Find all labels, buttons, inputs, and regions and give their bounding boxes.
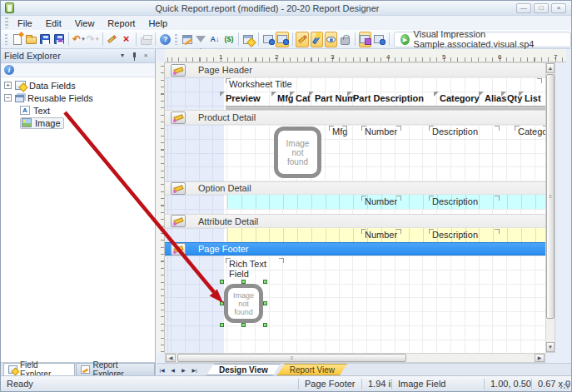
scroll-left-icon[interactable]: ◀	[166, 354, 176, 362]
toolbar-separator	[155, 32, 156, 46]
menu-file[interactable]: File	[11, 17, 39, 29]
attribute-field-number[interactable]: Number	[361, 229, 401, 240]
menu-report[interactable]: Report	[101, 17, 142, 29]
print-button[interactable]	[140, 32, 152, 47]
menu-edit[interactable]: Edit	[39, 17, 68, 29]
horizontal-scroll-thumb[interactable]: ≡	[177, 354, 406, 362]
ruler-number: 3	[331, 53, 334, 61]
horizontal-ruler: 1 2 3 4 5 6 7	[165, 49, 566, 62]
toggle-band-button[interactable]	[276, 32, 288, 47]
product-field-category[interactable]: Category	[515, 126, 548, 136]
scroll-right-icon[interactable]: ▶	[535, 354, 545, 362]
panel-menu-button[interactable]: ▾	[117, 51, 128, 62]
catalog-button[interactable]	[339, 32, 351, 47]
report-design-surface[interactable]: Page Header Worksheet Title Preview Mfg …	[165, 62, 548, 353]
nav-next-button[interactable]: ▶	[178, 364, 189, 375]
column-header[interactable]: List	[525, 93, 541, 103]
resize-handle-ne[interactable]	[263, 280, 267, 284]
open-report-button[interactable]	[25, 32, 37, 47]
add-band-button[interactable]	[262, 32, 275, 47]
undo-dropdown-icon[interactable]: ▾	[82, 34, 85, 44]
report-settings-button[interactable]	[181, 32, 193, 47]
scroll-down-icon[interactable]: ▼	[546, 342, 555, 352]
attribute-field-description[interactable]: Description	[429, 229, 500, 240]
resize-handle-s[interactable]	[241, 323, 246, 327]
preview-image-placeholder[interactable]: Image not found	[274, 127, 321, 178]
vertical-scroll-thumb[interactable]: ≡	[546, 74, 555, 319]
associate-button[interactable]	[373, 32, 385, 47]
nav-prev-button[interactable]: ◀	[167, 364, 178, 375]
undo-button[interactable]: ↶▾	[72, 32, 85, 47]
properties-button[interactable]	[242, 32, 255, 47]
run-visual-button[interactable]: ▶ Visual Impression Sample.associated.vi…	[394, 32, 571, 47]
save-report-button[interactable]	[39, 32, 52, 47]
menu-view[interactable]: View	[68, 17, 102, 29]
resize-handle-se[interactable]	[263, 323, 267, 327]
resize-handle-w[interactable]	[220, 301, 224, 305]
main-toolbar: ↶▾ ↷▾ × ? A↓ ($) ▶ Visual Impression Sam…	[1, 30, 571, 49]
close-button[interactable]: ×	[551, 3, 566, 13]
band-page-footer-selected[interactable]: Page Footer	[165, 242, 548, 256]
sort-button[interactable]: A↓	[209, 32, 221, 47]
nav-last-button[interactable]: ▶|	[189, 364, 200, 375]
band-properties-icon[interactable]	[171, 112, 186, 124]
toggle-preview-button[interactable]	[325, 32, 337, 47]
filter-button[interactable]	[195, 32, 207, 47]
window-resize-grip[interactable]	[560, 380, 570, 390]
rich-text-field[interactable]: Rich Text Field	[226, 258, 284, 279]
option-field-number[interactable]: Number	[361, 196, 401, 206]
pin-icon[interactable]	[128, 51, 140, 62]
vertical-scrollbar[interactable]: ▲ ≡ ▼	[545, 62, 555, 353]
band-product-detail[interactable]: Product Detail	[165, 110, 548, 125]
band-option-detail[interactable]: Option Detail	[165, 181, 548, 195]
toggle-fields-button[interactable]	[359, 32, 371, 47]
product-field-number[interactable]: Number	[361, 126, 401, 136]
toggle-wand-button[interactable]	[311, 32, 323, 47]
minimize-button[interactable]: —	[516, 3, 531, 13]
field-info-icon[interactable]: i	[4, 65, 14, 75]
tab-report-view[interactable]: Report View	[277, 364, 347, 375]
expand-icon[interactable]: +	[4, 82, 12, 89]
field-explorer-panel: Field Explorer ▾ × i + Data Fields − Reu…	[1, 49, 156, 375]
tree-item-image[interactable]: Image	[1, 117, 155, 128]
new-report-button[interactable]	[11, 32, 23, 47]
nav-first-button[interactable]: |◀	[157, 364, 167, 375]
resize-handle-nw[interactable]	[220, 280, 224, 284]
resize-handle-n[interactable]	[241, 280, 246, 284]
maximize-button[interactable]: □	[534, 3, 549, 13]
resize-handle-e[interactable]	[263, 301, 267, 305]
band-properties-icon[interactable]	[171, 182, 186, 195]
help-button[interactable]: ?	[159, 32, 172, 47]
refresh-prices-button[interactable]: ($)	[223, 32, 236, 47]
scroll-up-icon[interactable]: ▲	[546, 63, 555, 73]
panel-close-button[interactable]: ×	[140, 51, 152, 62]
tree-item-text[interactable]: A Text	[1, 105, 155, 116]
tab-report-explorer[interactable]: Report Explorer	[76, 363, 155, 375]
band-properties-icon[interactable]	[171, 243, 186, 256]
redo-dropdown-icon[interactable]: ▾	[96, 34, 99, 44]
save-as-button[interactable]	[52, 32, 65, 47]
band-properties-icon[interactable]	[171, 215, 186, 227]
horizontal-scrollbar[interactable]: ◀ ≡ ▶	[165, 353, 545, 363]
product-field-mfg[interactable]: Mfg	[329, 126, 347, 136]
option-field-description[interactable]: Description	[429, 196, 500, 206]
redo-button[interactable]: ↷▾	[87, 32, 99, 47]
band-properties-icon[interactable]	[171, 64, 186, 77]
column-header[interactable]: Category	[440, 93, 480, 103]
toggle-edit-button[interactable]	[296, 32, 308, 47]
tab-design-view[interactable]: Design View	[206, 364, 281, 375]
menu-help[interactable]: Help	[142, 17, 174, 29]
product-field-description[interactable]: Description	[429, 126, 500, 136]
tree-item-data-fields[interactable]: + Data Fields	[1, 80, 155, 91]
tab-field-explorer[interactable]: Field Explorer	[3, 363, 75, 375]
worksheet-title-field[interactable]: Worksheet Title	[226, 78, 542, 89]
select-tool-button[interactable]	[106, 32, 118, 47]
band-page-header[interactable]: Page Header	[165, 62, 548, 77]
tree-item-reusable-fields[interactable]: − Reusable Fields	[1, 92, 155, 103]
band-attribute-detail[interactable]: Attribute Detail	[165, 214, 548, 228]
collapse-icon[interactable]: −	[4, 94, 12, 102]
column-header[interactable]: Part Description	[353, 93, 424, 103]
resize-handle-sw[interactable]	[220, 323, 224, 327]
column-header[interactable]: Preview	[226, 93, 261, 103]
delete-button[interactable]: ×	[120, 32, 132, 47]
